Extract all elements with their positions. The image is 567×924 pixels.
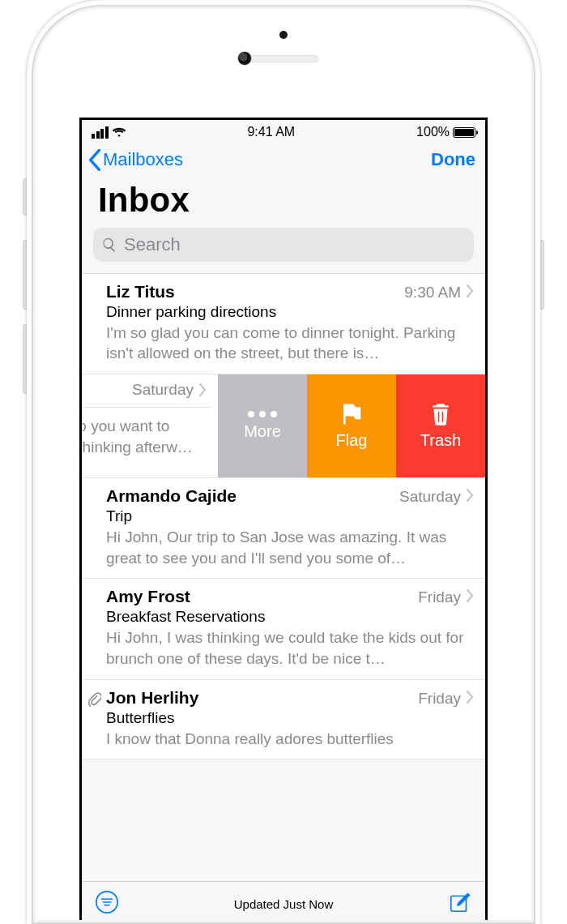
earpiece-speaker — [249, 55, 318, 62]
sync-status: Updated Just Now — [234, 897, 334, 911]
search-placeholder: Search — [124, 234, 181, 255]
message-list[interactable]: Liz Titus 9:30 AM Dinner parking directi… — [82, 274, 485, 759]
flag-action-button[interactable]: Flag — [307, 374, 396, 477]
phone-frame: 9:41 AM 100% Mailboxes Done Inbox Search — [27, 0, 540, 924]
battery-icon — [453, 127, 475, 138]
message-subject: Dinner parking directions — [106, 303, 474, 321]
bottom-toolbar: Updated Just Now — [82, 881, 485, 924]
chevron-right-icon — [466, 284, 474, 297]
compose-icon — [448, 890, 472, 914]
flag-icon — [338, 402, 365, 426]
message-subject: Breakfast Reservations — [106, 608, 474, 626]
message-subject: Butterflies — [106, 709, 474, 727]
message-time: Friday — [418, 588, 461, 606]
compose-button[interactable] — [448, 890, 472, 918]
message-time: Saturday — [132, 381, 194, 399]
sender-name: Amy Frost — [106, 587, 418, 606]
navigation-bar: Mailboxes Done — [82, 141, 485, 176]
screen: 9:41 AM 100% Mailboxes Done Inbox Search — [79, 118, 488, 924]
wifi-icon — [112, 126, 126, 138]
message-row[interactable]: Liz Titus 9:30 AM Dinner parking directi… — [82, 274, 485, 374]
done-button[interactable]: Done — [431, 149, 475, 170]
cellular-signal-icon — [92, 126, 109, 139]
message-time: Friday — [418, 690, 461, 708]
message-time: Saturday — [399, 488, 461, 506]
filter-icon — [95, 890, 119, 914]
more-action-button[interactable]: More — [218, 374, 307, 477]
message-preview: Hi John, Our trip to San Jose was amazin… — [106, 527, 474, 568]
swipe-actions: More Flag Trash — [218, 374, 485, 477]
proximity-sensor — [279, 31, 288, 39]
message-preview: I'm so glad you can come to dinner tonig… — [106, 323, 474, 364]
message-time: 9:30 AM — [404, 284, 461, 302]
chevron-right-icon — [466, 589, 474, 602]
message-row-swiped[interactable]: Saturday s do you want to as thinking af… — [82, 374, 485, 478]
sender-name: Jon Herlihy — [106, 688, 418, 708]
message-preview: I know that Donna really adores butterfl… — [106, 729, 474, 750]
message-row[interactable]: Armando Cajide Saturday Trip Hi John, Ou… — [82, 478, 485, 579]
sender-name: Armando Cajide — [106, 486, 399, 506]
attachment-icon — [87, 691, 101, 708]
status-bar: 9:41 AM 100% — [82, 120, 485, 141]
front-camera — [237, 51, 252, 66]
chevron-right-icon — [466, 691, 474, 704]
trash-icon — [427, 402, 454, 426]
search-input[interactable]: Search — [93, 228, 474, 262]
trash-action-button[interactable]: Trash — [396, 374, 485, 477]
message-row[interactable]: Amy Frost Friday Breakfast Reservations … — [82, 579, 485, 679]
chevron-left-icon — [88, 149, 101, 171]
battery-percent: 100% — [416, 125, 450, 139]
back-label: Mailboxes — [103, 149, 183, 170]
message-row[interactable]: Jon Herlihy Friday Butterflies I know th… — [82, 680, 485, 760]
page-title: Inbox — [82, 176, 485, 228]
more-icon — [248, 411, 277, 417]
status-time: 9:41 AM — [247, 125, 295, 139]
chevron-right-icon — [198, 383, 207, 396]
search-icon — [101, 237, 117, 253]
back-button[interactable]: Mailboxes — [88, 149, 183, 171]
message-preview-partial: s do you want to as thinking afterw… — [82, 416, 211, 457]
filter-button[interactable] — [95, 890, 119, 918]
chevron-right-icon — [466, 489, 474, 502]
message-subject: Trip — [106, 507, 474, 525]
message-preview: Hi John, I was thinking we could take th… — [106, 627, 474, 669]
sender-name: Liz Titus — [106, 282, 404, 302]
